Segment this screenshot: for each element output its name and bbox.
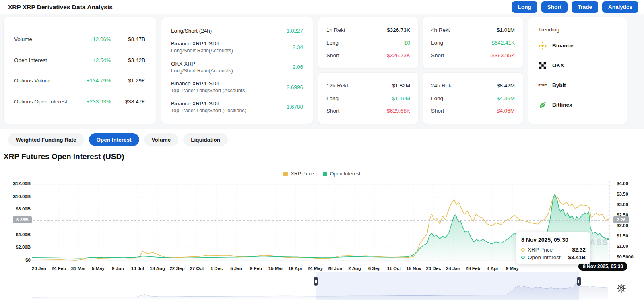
- ratio-label: Binance XRP/USDT: [171, 101, 246, 107]
- trending-item-bitfinex[interactable]: Bitfinex: [538, 95, 617, 115]
- ratio-row: Binance XRP/USDT Long/Short Ratio(Accoun…: [171, 41, 303, 54]
- rekt-long-label: Long: [431, 40, 443, 46]
- ratio-value: 1.0227: [287, 28, 303, 34]
- rekt-title: 24h Rekt: [431, 82, 453, 89]
- stat-row-options-volume: Options Volume +134.79% $1.29K: [14, 78, 145, 84]
- open-interest-swatch: [323, 172, 327, 176]
- open-interest-marker-icon: [521, 256, 525, 259]
- legend-label: XRP Price: [291, 171, 314, 177]
- xrp-derivatives-dashboard: XRP XRP Derivatives Data Analysis Long S…: [0, 0, 644, 301]
- xrp-price-marker-icon: [521, 248, 525, 252]
- trending-item-binance[interactable]: Binance: [538, 36, 617, 56]
- rekt-short-value: $326.73K: [387, 52, 410, 58]
- stat-value: $38.47K: [111, 99, 145, 105]
- stat-value: $8.47B: [111, 36, 145, 42]
- right-axis-tick: $1.00: [617, 244, 628, 249]
- rekt-card-4h: 4h Rekt$1.01M Long$642.41K Short$363.95K: [423, 17, 523, 68]
- page-title: XRP XRP Derivatives Data Analysis: [8, 4, 113, 11]
- stat-change: +233.93%: [73, 99, 111, 105]
- bybit-icon: BYBIT: [538, 81, 547, 90]
- tooltip-label: Open Interest: [528, 254, 565, 260]
- right-axis-tick: $3.00: [617, 202, 628, 207]
- ratio-label: OKX XRP: [171, 61, 233, 67]
- rekt-card-24h: 24h Rekt$8.42M Long$4.36M Short$4.06M: [423, 72, 523, 124]
- tab-volume[interactable]: Volume: [144, 133, 179, 146]
- rekt-short-value: $363.95K: [491, 52, 515, 58]
- rekt-title: 12h Rekt: [326, 82, 348, 89]
- analytics-button[interactable]: Analytics: [602, 1, 638, 13]
- stat-change: +2.54%: [73, 57, 111, 63]
- rekt-short-label: Short: [431, 52, 444, 58]
- rekt-short-value: $4.06M: [497, 108, 515, 114]
- tab-liquidation[interactable]: Liquidation: [183, 133, 228, 146]
- short-button[interactable]: Short: [541, 1, 568, 13]
- rekt-long-value: $1.19M: [392, 95, 410, 101]
- rekt-title: 1h Rekt: [326, 27, 345, 33]
- rekt-card-12h: 12h Rekt$1.82M Long$1.19M Short$629.68K: [318, 72, 419, 124]
- rekt-card-1h: 1h Rekt$326.73K Long$0 Short$326.73K: [318, 17, 419, 68]
- x-axis: 20 Jan24 Feb31 Mar5 May9 Jun14 Jul18 Aug…: [0, 266, 644, 272]
- binance-icon: [538, 41, 547, 50]
- long-button[interactable]: Long: [512, 1, 537, 13]
- rekt-short-label: Short: [326, 108, 339, 114]
- right-axis-tick: $1.50: [617, 233, 628, 238]
- trending-item-bybit[interactable]: BYBIT Bybit: [538, 75, 617, 95]
- stat-row-options-open-interest: Options Open Interest +233.93% $38.47K: [14, 99, 145, 105]
- ratio-sublabel: Top Trader Long/Short (Positions): [171, 108, 246, 113]
- chart-title: XRP Futures Open Interest (USD): [4, 152, 124, 161]
- ratio-label: Binance XRP/USDT: [171, 41, 233, 47]
- ratio-value: 2.6996: [287, 84, 303, 90]
- header: XRP XRP Derivatives Data Analysis Long S…: [0, 0, 644, 14]
- ratio-value: 2.06: [293, 64, 303, 70]
- bybit-logo-text: BYBIT: [538, 84, 547, 87]
- crosshair-right-value-badge: 2.26: [613, 216, 629, 223]
- stat-label: Options Volume: [14, 78, 73, 84]
- x-axis-tick: 9 May: [500, 266, 524, 271]
- long-short-ratios-card: Long/Short (24h) 1.0227 Binance XRP/USDT…: [161, 17, 313, 124]
- left-axis-tick: $12.00B: [2, 181, 31, 186]
- right-axis-tick: $2.00: [617, 223, 628, 228]
- stat-change: +12.06%: [73, 36, 111, 42]
- stat-row-volume: Volume +12.06% $8.47B: [14, 36, 145, 42]
- stat-label: Open Interest: [14, 57, 73, 63]
- left-axis-tick: $2.00B: [2, 245, 31, 249]
- legend-item-open-interest[interactable]: Open Interest: [323, 171, 361, 177]
- market-stats-card: Volume +12.06% $8.47B Open Interest +2.5…: [3, 17, 156, 124]
- trending-item-label: Binance: [552, 43, 574, 49]
- chart-tabs: Weighted Funding Rate Open Interest Volu…: [8, 133, 228, 146]
- xrp-price-swatch: [283, 172, 288, 176]
- left-axis-tick: $10.00B: [2, 194, 31, 199]
- legend-item-xrp-price[interactable]: XRP Price: [283, 171, 314, 177]
- settings-gear-icon[interactable]: [616, 283, 626, 293]
- rekt-long-label: Long: [326, 40, 339, 46]
- tooltip-label: XRP Price: [528, 247, 569, 253]
- right-axis-tick: $3.50: [617, 192, 628, 196]
- legend-label: Open Interest: [330, 171, 361, 177]
- crosshair-left-value-badge: 6.35B: [13, 216, 32, 223]
- tab-weighted-funding-rate[interactable]: Weighted Funding Rate: [8, 133, 84, 146]
- ratio-sublabel: Long/Short Ratio(Accounts): [171, 68, 233, 74]
- ratio-row: OKX XRP Long/Short Ratio(Accounts) 2.06: [171, 61, 303, 74]
- rekt-long-value: $0: [404, 40, 410, 46]
- ratio-label: Binance XRP/USDT: [171, 80, 247, 87]
- navigator-right-handle[interactable]: [577, 277, 581, 286]
- ratio-value: 2.34: [293, 44, 303, 50]
- bitfinex-icon: [538, 101, 547, 109]
- trending-item-label: Bitfinex: [552, 102, 572, 108]
- rekt-total: $8.42M: [497, 82, 515, 89]
- trending-item-label: OKX: [552, 62, 564, 68]
- tab-open-interest[interactable]: Open Interest: [89, 133, 139, 146]
- tooltip-value: $2.32: [572, 247, 586, 253]
- trending-item-okx[interactable]: OKX: [538, 56, 617, 75]
- navigator-left-handle[interactable]: [314, 277, 318, 286]
- rekt-total: $326.73K: [387, 27, 410, 33]
- rekt-short-value: $629.68K: [387, 108, 410, 114]
- stat-label: Volume: [14, 36, 73, 42]
- ratio-value: 1.6788: [287, 104, 303, 110]
- rekt-short-label: Short: [431, 108, 444, 114]
- ratio-sublabel: Long/Short Ratio(Accounts): [171, 48, 233, 54]
- trade-button[interactable]: Trade: [572, 1, 598, 13]
- rekt-title: 4h Rekt: [431, 27, 450, 33]
- left-axis-tick: $4.00B: [2, 232, 31, 237]
- rekt-total: $1.01M: [497, 27, 515, 33]
